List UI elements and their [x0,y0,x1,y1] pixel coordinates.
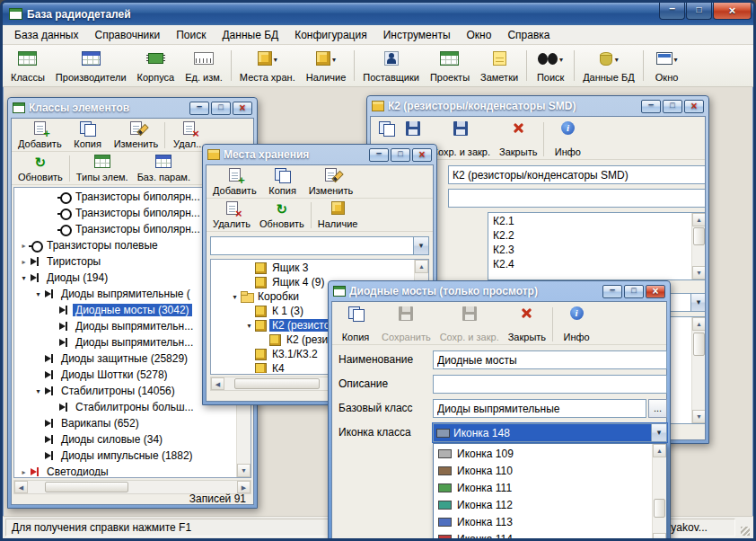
close-button[interactable] [684,100,704,113]
close-button[interactable] [713,3,752,20]
tree-item[interactable]: Варикапы (652) [15,415,235,431]
toolbar-button-units[interactable]: Ед. изм. [180,47,228,84]
minimize-button[interactable] [659,3,685,20]
toolbar-button-suppliers[interactable]: Поставщики [357,47,425,84]
expander-icon[interactable] [19,468,29,476]
dropdown-item[interactable]: Иконка 109 [435,445,651,462]
expander-icon[interactable] [19,258,29,266]
resize-grip[interactable] [738,519,751,537]
edit-button[interactable]: Изменить [110,120,163,150]
base-class-input[interactable] [433,399,646,418]
maximize-button[interactable] [211,102,231,115]
toolbar-button-stock[interactable]: Наличие [301,47,352,84]
close-button[interactable] [646,285,665,298]
delete-button[interactable]: Удалить [208,200,255,230]
base-params-button[interactable]: Баз. парам. [133,154,195,183]
scrollbar-thumb[interactable] [45,482,128,492]
close-form-button[interactable]: Закрыть [495,120,541,158]
menu-item-references[interactable]: Справочники [86,26,168,44]
add-button[interactable]: Добавить [208,167,261,197]
maximize-button[interactable] [686,3,712,20]
close-form-button[interactable]: Закрыть [504,306,550,343]
toolbar-button-notes[interactable]: Заметки [475,47,523,84]
edit-button[interactable]: Изменить [304,167,358,197]
minimize-button[interactable] [641,100,661,113]
child-titlebar[interactable]: Классы элементов [11,98,254,118]
name-input[interactable] [433,350,667,369]
copy-button[interactable]: Копия [261,167,304,197]
scroll-up-icon[interactable] [692,317,706,331]
tree-item[interactable]: Ящик 3 [212,261,413,275]
add-button[interactable]: Добавить [13,120,66,150]
toolbar-button-packages[interactable]: Корпуса [132,47,180,84]
titlebar[interactable]: База радиодеталей [3,3,753,25]
refresh-button[interactable]: Обновить [255,200,309,230]
child-titlebar[interactable]: К2 (резисторы/конденсаторы SMD) [370,96,706,116]
close-button[interactable] [412,148,432,162]
scroll-up-icon[interactable] [415,260,428,273]
scroll-left-icon[interactable] [14,481,28,493]
scroll-down-icon[interactable] [237,464,251,477]
menu-item-dbdata[interactable]: Данные БД [214,26,286,44]
toolbar-button-search[interactable]: Поиск [530,47,571,84]
menu-item-configuration[interactable]: Конфигурация [286,26,375,44]
browse-button[interactable]: ... [648,399,667,418]
chevron-down-icon[interactable] [413,237,428,254]
dropdown-item[interactable]: Иконка 111 [435,479,651,496]
maximize-button[interactable] [624,285,644,298]
scroll-right-icon[interactable] [237,481,251,493]
menu-item-database[interactable]: База данных [6,26,86,44]
maximize-button[interactable] [663,100,682,113]
element-types-button[interactable]: Типы элем. [72,154,133,183]
list-item[interactable]: К2.4 [489,257,690,271]
dropdown-item[interactable]: Иконка 113 [435,513,651,530]
child-titlebar[interactable]: Диодные мосты (только просмотр) [331,281,667,301]
chevron-down-icon[interactable] [332,52,336,65]
info-button[interactable]: Инфо [555,306,598,343]
scrollbar-thumb[interactable] [693,333,705,356]
menu-item-help[interactable]: Справка [499,26,558,44]
dropdown-item[interactable]: Иконка 110 [435,462,651,479]
storage-filter-combo[interactable] [210,236,429,255]
chevron-down-icon[interactable] [651,424,666,441]
info-button[interactable]: Инфо [546,120,589,158]
toolbar-button-window[interactable]: Окно [646,47,688,84]
expander-icon[interactable] [33,290,43,298]
menu-item-tools[interactable]: Инструменты [375,26,459,44]
chevron-down-icon[interactable] [274,52,277,65]
copy-button[interactable]: Копия [66,120,110,150]
expander-icon[interactable] [19,274,29,282]
maximize-button[interactable] [391,148,410,162]
vertical-scrollbar[interactable] [652,444,666,541]
scroll-up-icon[interactable] [692,213,706,226]
tree-item[interactable]: Светодиоды [15,464,235,476]
list-item[interactable]: К2.3 [489,243,690,257]
vertical-scrollbar[interactable] [691,317,706,423]
toolbar-button-classes[interactable]: Классы [5,47,50,84]
expander-icon[interactable] [244,322,254,330]
tree-item[interactable]: Диоды импульсные (1882) [15,448,235,464]
scrollbar-thumb[interactable] [234,378,320,389]
vertical-scrollbar[interactable] [691,213,706,279]
chevron-down-icon[interactable] [559,52,563,65]
scroll-up-icon[interactable] [653,444,666,457]
stock-button[interactable]: Наличие [313,200,363,230]
expander-icon[interactable] [33,387,43,395]
scrollbar-thumb[interactable] [654,499,665,518]
minimize-button[interactable] [189,102,209,115]
chevron-down-icon[interactable] [615,52,619,65]
scrollbar-thumb[interactable] [693,227,705,245]
dropdown-item[interactable]: Иконка 114 [435,530,651,541]
dropdown-item[interactable]: Иконка 112 [435,496,651,513]
list-item[interactable]: К2.1 [489,214,690,228]
description-input[interactable] [433,375,667,394]
expander-icon[interactable] [230,293,240,301]
child-titlebar[interactable]: Места хранения [206,145,434,164]
close-button[interactable] [233,102,252,115]
minimize-button[interactable] [602,285,622,298]
scroll-down-icon[interactable] [692,266,706,279]
icon-class-combo[interactable]: Иконка 148 [433,423,667,442]
copy-button[interactable]: Копия [334,306,377,343]
refresh-button[interactable]: Обновить [13,154,67,183]
chevron-down-icon[interactable] [674,52,678,65]
